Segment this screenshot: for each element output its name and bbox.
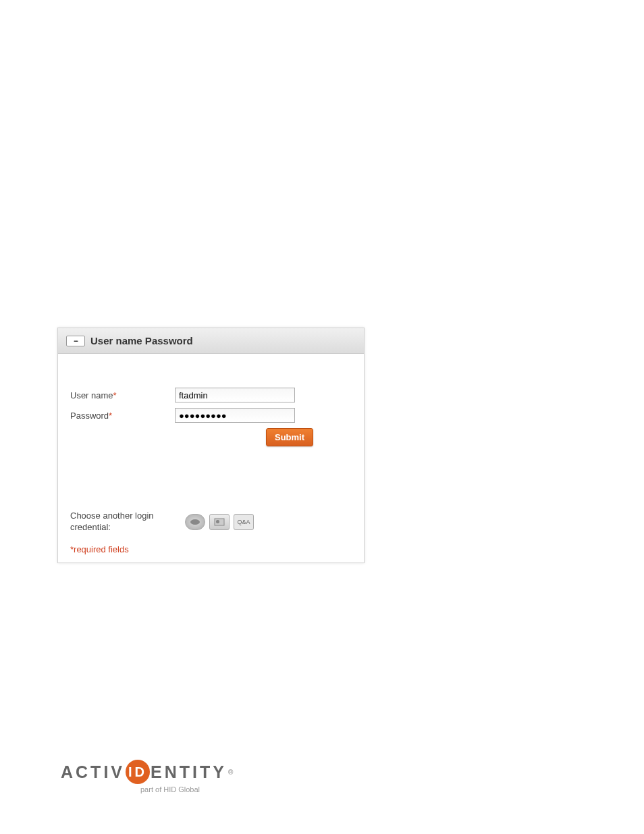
token-icon[interactable] bbox=[185, 514, 205, 530]
logo-id-circle: ID bbox=[126, 760, 150, 784]
login-panel: ••••• User name Password User name* Pass… bbox=[57, 328, 365, 563]
logo-subtitle: part of HID Global bbox=[140, 785, 236, 793]
qa-icon[interactable]: Q&A bbox=[234, 514, 254, 530]
panel-title: User name Password bbox=[90, 335, 193, 346]
alt-credential-label: Choose another login credential: bbox=[70, 511, 185, 533]
submit-button[interactable]: Submit bbox=[266, 428, 313, 446]
card-icon[interactable] bbox=[209, 514, 230, 530]
username-label: User name* bbox=[70, 390, 175, 400]
required-asterisk: * bbox=[113, 390, 117, 400]
svg-rect-2 bbox=[216, 520, 219, 523]
registered-mark: ® bbox=[228, 768, 236, 776]
panel-body: User name* Password* Submit Choose anoth… bbox=[58, 354, 364, 563]
password-label: Password* bbox=[70, 411, 175, 421]
password-input[interactable] bbox=[175, 408, 295, 423]
svg-point-0 bbox=[190, 519, 200, 525]
required-asterisk: * bbox=[109, 411, 112, 421]
panel-header: ••••• User name Password bbox=[58, 328, 364, 354]
password-row: Password* bbox=[70, 408, 352, 423]
required-fields-note: *required fields bbox=[70, 544, 352, 554]
username-row: User name* bbox=[70, 388, 352, 402]
alt-credential-section: Choose another login credential: Q&A bbox=[70, 511, 352, 533]
submit-row: Submit bbox=[70, 428, 352, 446]
username-input[interactable] bbox=[175, 388, 295, 402]
logo-text: ACTIVIDENTITY® bbox=[61, 760, 236, 784]
brand-logo: ACTIVIDENTITY® part of HID Global bbox=[61, 760, 236, 793]
alt-credential-icons: Q&A bbox=[185, 514, 254, 530]
password-field-icon: ••••• bbox=[66, 336, 85, 346]
